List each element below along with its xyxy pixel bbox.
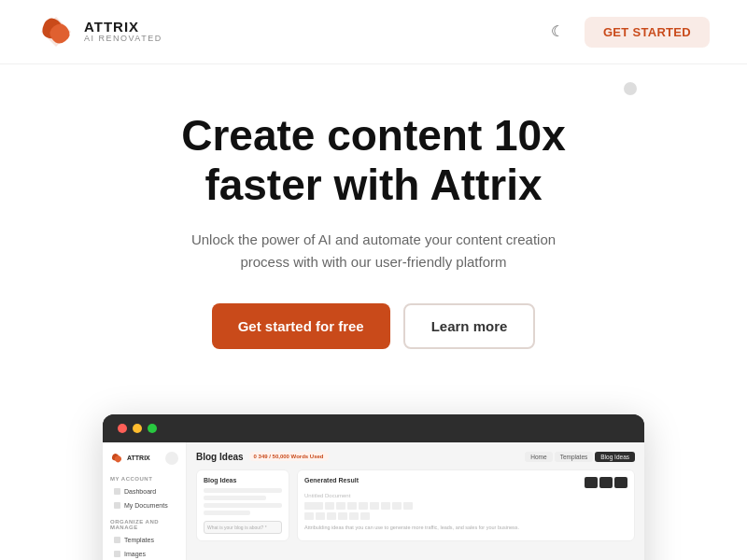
learn-more-button[interactable]: Learn more (403, 303, 536, 349)
app-main: Blog Ideas 0 349 / 50,000 Words Used Hom… (187, 442, 644, 560)
sidebar-label-templates: Templates (124, 537, 154, 543)
strikethrough-button[interactable] (359, 502, 368, 510)
panel-left-title: Blog Ideas (204, 477, 282, 483)
hero-title: Create content 10x faster with Attrix (37, 111, 710, 210)
doc-title: Untitled Document (304, 493, 627, 498)
sidebar-item-dashboard[interactable]: Dashboard (110, 485, 178, 497)
placeholder-line-1 (204, 488, 282, 493)
nav-right: ☾ GET STARTED (551, 17, 710, 48)
hero-buttons: Get started for free Learn more (37, 303, 710, 349)
sidebar-item-my-documents[interactable]: My Documents (110, 499, 178, 511)
hero-subtitle: Unlock the power of AI and automate your… (177, 229, 570, 273)
blog-ideas-input-panel: Blog Ideas What is your blog is about? * (196, 469, 289, 541)
panel-right-title: Generated Result (304, 477, 359, 483)
link-button[interactable] (403, 502, 413, 510)
breadcrumb-home[interactable]: Home (525, 452, 552, 462)
app-header-bar: Blog Ideas 0 349 / 50,000 Words Used Hom… (196, 452, 635, 462)
breadcrumb-templates[interactable]: Templates (555, 452, 594, 462)
sidebar-item-templates[interactable]: Templates (110, 534, 178, 546)
documents-icon (114, 502, 120, 509)
italic-button[interactable] (336, 502, 345, 510)
placeholder-line-4 (204, 511, 250, 515)
images-icon (114, 551, 120, 557)
app-logo-mini: ATTRIX (110, 452, 178, 465)
word-count-badge: 0 349 / 50,000 Words Used (249, 452, 329, 461)
app-mini-logo-text: ATTRIX (127, 455, 150, 461)
blog-topic-input[interactable]: What is your blog is about? * (204, 521, 282, 534)
panel-right-header: Generated Result (304, 477, 627, 488)
breadcrumb-nav: Home Templates Blog Ideas (525, 452, 635, 462)
attrix-logo-icon (37, 13, 75, 50)
get-started-free-button[interactable]: Get started for free (212, 303, 390, 349)
format-toolbar-2 (304, 512, 627, 520)
logo-name: ATTRIX (84, 20, 162, 35)
navbar: ATTRIX AI RENOVATED ☾ GET STARTED (0, 0, 747, 64)
align-left-button[interactable] (370, 502, 379, 510)
sidebar-section-my-account-title: My Account (110, 476, 178, 482)
code-button[interactable] (360, 512, 370, 520)
placeholder-line-3 (204, 503, 282, 508)
paragraph-selector[interactable] (304, 502, 323, 510)
app-sidebar: ATTRIX My Account Dashboard My Documents… (103, 442, 187, 560)
browser-dot-yellow (133, 424, 142, 433)
nav-get-started-button[interactable]: GET STARTED (585, 17, 710, 48)
sidebar-label-my-documents: My Documents (124, 502, 168, 509)
mini-btn-group (585, 477, 627, 488)
dark-mode-icon[interactable]: ☾ (551, 22, 570, 41)
app-panels: Blog Ideas What is your blog is about? *… (196, 469, 635, 541)
sidebar-label-images: Images (124, 551, 146, 557)
browser-dot-green (148, 424, 157, 433)
breadcrumb-blog-ideas[interactable]: Blog Ideas (595, 452, 635, 462)
settings-icon-mini (165, 452, 178, 465)
placeholder-line-2 (204, 496, 266, 500)
undo-button[interactable] (304, 512, 314, 520)
app-mini-logo-icon (110, 452, 123, 465)
browser-toolbar (103, 414, 644, 442)
logo: ATTRIX AI RENOVATED (37, 13, 162, 50)
logo-text: ATTRIX AI RENOVATED (84, 20, 162, 44)
more-options-mini[interactable] (614, 477, 627, 488)
browser-content: ATTRIX My Account Dashboard My Documents… (103, 442, 644, 560)
image-button[interactable] (338, 512, 347, 520)
sidebar-section-organize-title: Organize and Manage (110, 519, 178, 530)
dashboard-icon (114, 488, 120, 495)
underline-button[interactable] (347, 502, 357, 510)
sidebar-label-dashboard: Dashboard (124, 488, 156, 495)
format-toolbar (304, 502, 627, 510)
generated-result-panel: Generated Result Untitled Document (297, 469, 635, 541)
browser-mockup: ATTRIX My Account Dashboard My Documents… (103, 414, 644, 560)
app-title-row: Blog Ideas 0 349 / 50,000 Words Used (196, 452, 329, 462)
table-button[interactable] (349, 512, 359, 520)
bold-button[interactable] (325, 502, 334, 510)
logo-tagline: AI RENOVATED (84, 35, 162, 44)
generated-text-preview: Attribulding ideas that you can use to g… (304, 524, 627, 531)
hero-title-line2: faster with Attrix (204, 161, 542, 209)
align-right-button[interactable] (392, 502, 402, 510)
redo-button[interactable] (316, 512, 325, 520)
hero-title-line1: Create content 10x (181, 111, 566, 160)
save-button-mini[interactable] (599, 477, 613, 488)
templates-icon (114, 537, 120, 543)
app-page-title: Blog Ideas (196, 452, 244, 462)
hero-section: Create content 10x faster with Attrix Un… (0, 64, 747, 414)
copy-button-mini[interactable] (585, 477, 598, 488)
browser-dot-red (118, 424, 127, 433)
sidebar-item-images[interactable]: Images (110, 548, 178, 560)
align-center-button[interactable] (381, 502, 390, 510)
list-button[interactable] (327, 512, 336, 520)
